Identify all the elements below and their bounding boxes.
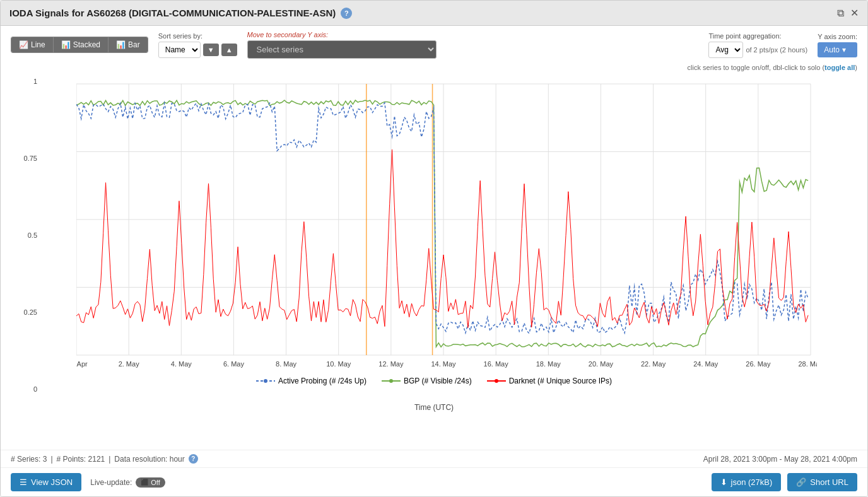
footer-stats: # Series: 3 | # Points: 2121 | Data reso… bbox=[1, 450, 867, 467]
points-count: # Points: 2121 bbox=[57, 455, 105, 464]
data-resolution: Data resolution: hour bbox=[114, 455, 184, 464]
main-window: IODA Signals for AS60268 (DIGITAL-COMMUN… bbox=[0, 0, 868, 497]
agg-info: of 2 pts/px (2 hours) bbox=[746, 46, 807, 54]
toggle-info: click series to toggle on/off, dbl-click… bbox=[1, 64, 867, 71]
bar-chart-button[interactable]: 📊 Bar bbox=[108, 37, 148, 52]
link-icon: 🔗 bbox=[796, 477, 806, 487]
action-bar: ☰ View JSON Live-update: ⬛ Off ⬇ json (2… bbox=[1, 467, 867, 496]
resolution-help-icon[interactable]: ? bbox=[189, 454, 198, 464]
y-axis-label: 0.75 bbox=[24, 155, 37, 162]
title-bar-left: IODA Signals for AS60268 (DIGITAL-COMMUN… bbox=[9, 8, 352, 19]
chart-wrapper: Active Probing (# /24s Up) BGP (# Visibl… bbox=[38, 71, 830, 412]
active-probing-label: Active Probing (# /24s Up) bbox=[278, 377, 367, 385]
sort-row: Name ▼ ▲ bbox=[158, 42, 237, 58]
bgp-label: BGP (# Visible /24s) bbox=[404, 377, 472, 385]
legend-darknet: Darknet (# Unique Source IPs) bbox=[487, 377, 612, 385]
svg-point-5 bbox=[495, 379, 498, 383]
legend-bgp: BGP (# Visible /24s) bbox=[382, 377, 472, 385]
darknet-label: Darknet (# Unique Source IPs) bbox=[509, 377, 612, 385]
active-probing-line-icon bbox=[256, 378, 275, 384]
move-to-label: Move to secondary Y axis: bbox=[247, 31, 699, 38]
live-update-label: Live-update: bbox=[90, 478, 132, 487]
time-agg-group: Time point aggregation: Avg of 2 pts/px … bbox=[708, 32, 807, 58]
series-count: # Series: 3 bbox=[11, 455, 47, 464]
chart-legend: Active Probing (# /24s Up) BGP (# Visibl… bbox=[38, 377, 830, 385]
live-update: Live-update: ⬛ Off bbox=[90, 477, 165, 488]
legend-active-probing: Active Probing (# /24s Up) bbox=[256, 377, 367, 385]
sort-down-button[interactable]: ▼ bbox=[203, 44, 219, 56]
action-left: ☰ View JSON Live-update: ⬛ Off bbox=[11, 473, 165, 491]
main-chart bbox=[76, 78, 817, 374]
line-chart-button[interactable]: 📈 Line bbox=[11, 37, 54, 52]
move-to-group: Move to secondary Y axis: Select series bbox=[247, 31, 699, 59]
view-json-icon: ☰ bbox=[20, 477, 27, 487]
toggle-all-link[interactable]: toggle all bbox=[824, 64, 855, 71]
svg-point-1 bbox=[264, 379, 267, 383]
sort-label: Sort series by: bbox=[158, 32, 237, 40]
chart-type-group: 📈 Line 📊 Stacked 📊 Bar bbox=[11, 37, 148, 53]
close-icon[interactable]: ✕ bbox=[850, 7, 859, 19]
download-icon: ⬇ bbox=[720, 477, 727, 487]
time-agg-row: Avg of 2 pts/px (2 hours) bbox=[708, 42, 807, 58]
date-range: April 28, 2021 3:00pm - May 28, 2021 4:0… bbox=[703, 455, 857, 464]
action-right: ⬇ json (27kB) 🔗 Short URL bbox=[712, 473, 857, 491]
y-axis-label: 0.5 bbox=[28, 231, 37, 239]
x-axis-title: Time (UTC) bbox=[414, 403, 454, 412]
y-axis-label: 0 bbox=[33, 385, 37, 393]
darknet-line-icon bbox=[487, 378, 506, 384]
stacked-chart-button[interactable]: 📊 Stacked bbox=[54, 37, 108, 52]
sort-select[interactable]: Name bbox=[158, 42, 201, 58]
series-select[interactable]: Select series bbox=[247, 40, 437, 59]
chart-controls: 📈 Line 📊 Stacked 📊 Bar Sort series by: N… bbox=[1, 26, 867, 64]
view-json-button[interactable]: ☰ View JSON bbox=[11, 473, 81, 491]
y-axis-label: 0.25 bbox=[24, 308, 37, 316]
title-bar-right: ⧉ ✕ bbox=[837, 7, 859, 19]
live-update-toggle[interactable]: ⬛ Off bbox=[136, 477, 165, 488]
y-zoom-label: Y axis zoom: bbox=[818, 33, 857, 40]
sort-up-button[interactable]: ▲ bbox=[221, 44, 237, 56]
sort-group: Sort series by: Name ▼ ▲ bbox=[158, 32, 237, 58]
chart-area: Active Probing (# /24s Up) BGP (# Visibl… bbox=[1, 71, 867, 450]
help-icon[interactable]: ? bbox=[341, 8, 352, 19]
svg-point-3 bbox=[389, 379, 393, 383]
short-url-button[interactable]: 🔗 Short URL bbox=[787, 473, 857, 491]
title-bar: IODA Signals for AS60268 (DIGITAL-COMMUN… bbox=[1, 1, 867, 26]
y-zoom-group: Y axis zoom: Auto ▾ bbox=[818, 33, 857, 57]
y-axis-label: 1 bbox=[33, 78, 37, 85]
external-link-icon[interactable]: ⧉ bbox=[837, 7, 844, 19]
auto-zoom-button[interactable]: Auto ▾ bbox=[818, 42, 857, 57]
time-agg-label: Time point aggregation: bbox=[708, 32, 807, 40]
agg-select[interactable]: Avg bbox=[708, 42, 743, 58]
move-to-secondary-label: secondary Y axis: bbox=[274, 31, 328, 38]
json-download-button[interactable]: ⬇ json (27kB) bbox=[712, 473, 782, 491]
window-title: IODA Signals for AS60268 (DIGITAL-COMMUN… bbox=[9, 8, 336, 18]
bgp-line-icon bbox=[382, 378, 401, 384]
footer-left: # Series: 3 | # Points: 2121 | Data reso… bbox=[11, 454, 198, 464]
